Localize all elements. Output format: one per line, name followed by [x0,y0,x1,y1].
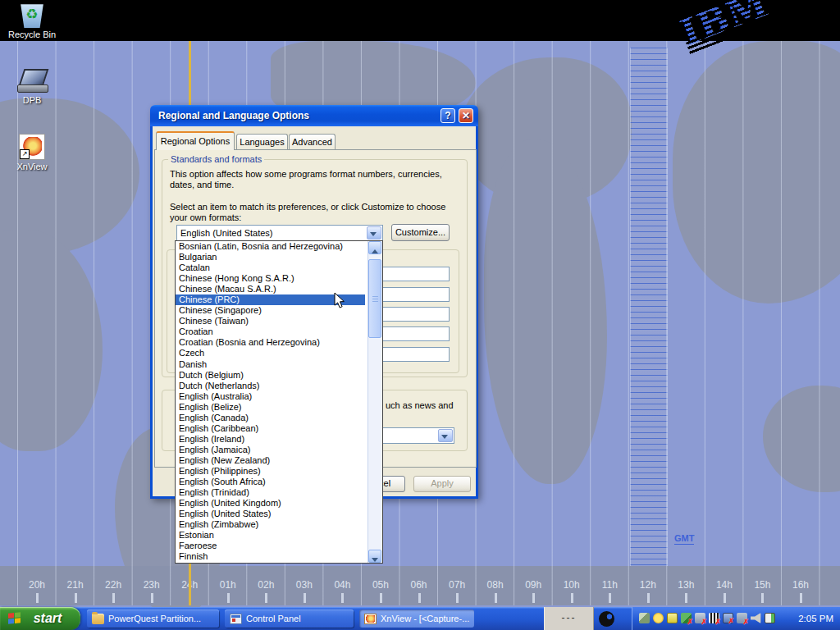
network-cable-unplugged-icon[interactable]: ✗ [723,613,733,623]
control-panel-icon [230,614,242,624]
standards-instruction: Select an item to match its preferences,… [170,202,462,223]
language-list-item[interactable]: Bulgarian [176,252,365,262]
language-list-item[interactable]: Chinese (Taiwan) [176,316,365,326]
timezone-label: 23h [133,579,171,591]
users-offline-icon[interactable]: ✗ [681,613,692,623]
timezone-label: 07h [438,579,476,591]
icon-label: XnView [1,162,63,171]
dialog-title: Regional and Language Options [158,110,309,121]
timezone-label: 09h [514,579,552,591]
timezone-label: 10h [553,579,591,591]
lan-disconnected-icon[interactable]: ✗ [695,613,705,623]
customize-button[interactable]: Customize... [391,224,450,241]
power-meter-icon[interactable] [765,613,775,623]
system-tray: ✗ ✗ ✗ ✗ ✗ 2:05 PM [632,607,840,630]
language-list-item[interactable]: English (Zimbabwe) [176,519,365,530]
language-list-item[interactable]: Chinese (Hong Kong S.A.R.) [176,273,365,284]
timezone-label: 15h [743,579,781,591]
language-list-item[interactable]: Croatian (Bosnia and Herzegovina) [176,337,365,348]
language-list-item[interactable]: English (Trinidad) [176,487,365,498]
language-list-item[interactable]: English (Belize) [176,402,365,413]
close-button[interactable]: ✕ [459,108,473,123]
icon-label: DPB [1,95,63,105]
desktop-icon-recycle-bin[interactable]: ♻ Recycle Bin [1,2,63,39]
scroll-up-icon[interactable] [368,241,381,254]
timezone-label: 05h [362,579,399,591]
xnview-icon: ↗ [19,134,45,160]
dialog-titlebar[interactable]: Regional and Language Options ? ✕ [150,105,478,126]
start-label: start [34,611,62,625]
chevron-down-icon[interactable] [438,429,453,442]
language-list-item[interactable]: Danish [176,359,365,370]
tab-languages[interactable]: Languages [236,134,288,150]
folder-icon [92,614,104,624]
language-list-item[interactable]: Catalan [176,262,365,273]
help-button[interactable]: ? [441,108,455,123]
new-mail-icon[interactable] [667,613,678,623]
language-dropdown-list: Bosnian (Latin, Bosnia and Herzegovina)B… [175,240,383,564]
desktop-icon-dpb[interactable]: DPB [1,69,63,105]
tray-clock[interactable]: 2:05 PM [798,607,833,630]
language-list-item[interactable]: English (United States) [176,509,365,519]
language-list-item[interactable]: English (United Kingdom) [176,498,365,509]
timezone-label: 12h [629,579,667,591]
timezone-label: 20h [18,579,56,591]
language-list-item[interactable]: Finnish [176,551,365,562]
combo-value: English (United States) [180,228,273,238]
signal-unavailable-icon[interactable]: ✗ [709,613,719,623]
taskbar-window-button[interactable]: PowerQuest Partition... [87,609,219,628]
language-list-item[interactable]: Czech [176,348,365,358]
language-list-item[interactable]: Croatian [176,326,365,337]
language-items: Bosnian (Latin, Bosnia and Herzegovina)B… [176,241,382,562]
chevron-down-icon[interactable] [367,226,381,240]
language-list-item[interactable]: Estonian [176,530,365,541]
format-combo-box[interactable]: English (United States) [176,225,383,241]
language-list-item[interactable]: English (Philippines) [176,466,365,477]
recycle-bin-icon: ♻ [20,2,44,28]
location-text-fragment: uch as news and [386,400,454,411]
language-list-item[interactable]: Bosnian (Latin, Bosnia and Herzegovina) [176,241,365,252]
windows-xp-desktop: GMT 20h21h22h23h24h01h02h03h04h05h06h07h… [0,0,840,630]
group-title: Standards and formats [168,154,264,164]
taskbar-toolbar-dashes[interactable]: --- [544,607,594,630]
xnview-icon [364,614,377,624]
list-scrollbar[interactable] [368,241,382,563]
language-list-item[interactable]: English (Caribbean) [176,423,365,434]
language-list-item[interactable]: English (Ireland) [176,434,365,445]
laptop-icon [16,69,48,94]
volume-icon[interactable] [751,613,761,623]
taskbar-window-button[interactable]: XnView - [<Capture-... [359,609,474,628]
desktop-icon-xnview[interactable]: ↗ XnView [1,134,63,171]
language-list-item[interactable]: English (Australia) [176,391,365,402]
language-list-item[interactable]: Faeroese [176,541,365,551]
scrollbar-thumb[interactable] [368,259,381,338]
timezone-label: 13h [667,579,705,591]
tray-icons: ✗ ✗ ✗ ✗ ✗ [639,613,775,623]
windows-flag-icon [8,612,21,625]
taskbar-window-button[interactable]: Control Panel [225,609,354,628]
icon-label: Recycle Bin [1,30,63,39]
taskbar: start PowerQuest Partition... Control Pa… [0,607,840,630]
tab-advanced[interactable]: Advanced [289,134,336,150]
language-list-item[interactable]: English (New Zealand) [176,455,365,466]
modem-status-icon[interactable] [653,613,664,623]
tab-regional-options[interactable]: Regional Options [156,131,235,150]
scroll-down-icon[interactable] [368,550,381,563]
taskbar-button-label: XnView - [<Capture-... [381,609,469,628]
gmt-label: GMT [674,533,694,545]
dark-circle-icon[interactable] [599,611,614,627]
taskbar-button-label: PowerQuest Partition... [108,609,201,628]
start-button[interactable]: start [0,607,80,630]
timezone-label: 03h [285,579,323,591]
language-list-item[interactable]: English (South Africa) [176,477,365,487]
timezone-label: 01h [209,579,247,591]
apply-button[interactable]: Apply [413,476,471,492]
remote-connection-offline-icon[interactable]: ✗ [737,613,747,623]
safely-remove-hardware-icon[interactable] [639,613,650,623]
taskbar-window-buttons: PowerQuest Partition... Control Panel Xn… [87,609,474,628]
mouse-cursor-icon [334,292,345,313]
language-list-item[interactable]: Dutch (Netherlands) [176,381,365,391]
language-list-item[interactable]: English (Jamaica) [176,445,365,455]
language-list-item[interactable]: English (Canada) [176,413,365,423]
language-list-item[interactable]: Dutch (Belgium) [176,370,365,381]
